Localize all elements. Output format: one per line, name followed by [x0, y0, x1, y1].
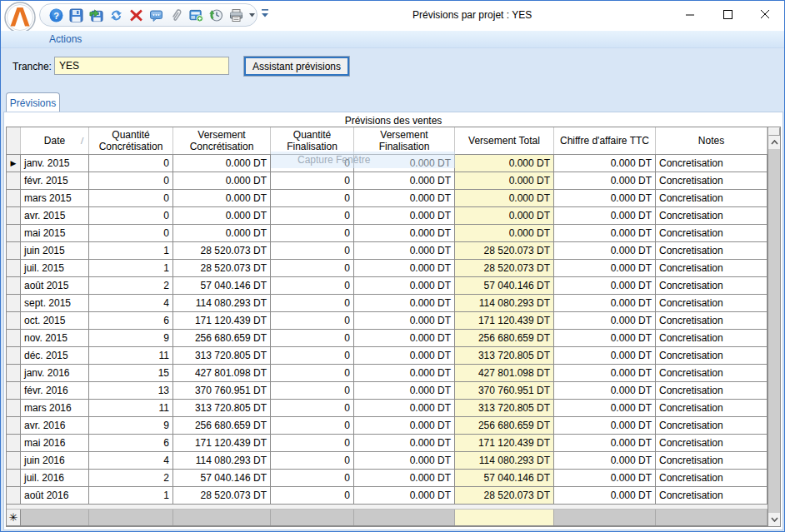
cell[interactable]: 0.000 DT — [554, 470, 656, 486]
cell[interactable]: janv. 2015 — [21, 155, 89, 172]
row-header[interactable] — [7, 207, 21, 224]
cell[interactable]: 0 — [89, 155, 173, 172]
cell[interactable]: 370 760.951 DT — [173, 382, 271, 399]
cell[interactable]: 0 — [271, 295, 354, 311]
table-row[interactable]: févr. 201500.000 DT00.000 DT0.000 DT0.00… — [7, 172, 768, 190]
cell[interactable]: 0 — [271, 207, 354, 224]
cell[interactable]: 0.000 DT — [354, 330, 455, 346]
table-row[interactable]: août 2015257 040.146 DT00.000 DT57 040.1… — [7, 277, 768, 295]
column-header[interactable]: Versement Finalisation — [354, 127, 455, 154]
cell[interactable]: 11 — [89, 400, 173, 416]
cell[interactable]: Concretisation — [656, 277, 768, 294]
cell[interactable]: 0.000 DT — [455, 207, 554, 224]
cell[interactable]: 256 680.659 DT — [173, 417, 271, 434]
cell[interactable]: 0.000 DT — [354, 470, 455, 486]
cell[interactable]: mai 2016 — [21, 435, 89, 451]
cell[interactable]: 0.000 DT — [554, 225, 656, 241]
cell[interactable]: 0 — [271, 417, 354, 434]
row-header[interactable] — [7, 242, 21, 259]
cell[interactable]: 114 080.293 DT — [173, 452, 271, 469]
cell[interactable]: 0.000 DT — [173, 172, 271, 189]
save-button[interactable] — [69, 7, 83, 22]
scroll-down-button[interactable] — [768, 513, 780, 526]
cell[interactable]: 0.000 DT — [354, 207, 455, 224]
row-header[interactable] — [7, 382, 21, 399]
table-row[interactable]: juil. 2016257 040.146 DT00.000 DT57 040.… — [7, 470, 768, 487]
cell[interactable]: 114 080.293 DT — [455, 452, 554, 469]
cell[interactable]: 171 120.439 DT — [455, 312, 554, 329]
cell[interactable]: 0 — [271, 400, 354, 416]
table-row[interactable]: mars 201611313 720.805 DT00.000 DT313 72… — [7, 400, 768, 417]
cell[interactable]: Concretisation — [656, 207, 768, 224]
cell[interactable]: 1 — [89, 487, 173, 504]
row-header[interactable] — [7, 487, 21, 504]
cell[interactable]: 0.000 DT — [455, 225, 554, 241]
cell[interactable]: 0.000 DT — [554, 417, 656, 434]
cell[interactable]: févr. 2016 — [21, 382, 89, 399]
cell[interactable]: 171 120.439 DT — [173, 312, 271, 329]
cell[interactable]: 256 680.659 DT — [173, 330, 271, 346]
cell[interactable]: 0.000 DT — [173, 155, 271, 172]
cell[interactable]: 2 — [89, 277, 173, 294]
cell[interactable]: 0 — [271, 277, 354, 294]
cell[interactable]: 0.000 DT — [455, 190, 554, 206]
cell[interactable]: 0.000 DT — [354, 417, 455, 434]
row-header[interactable] — [7, 295, 21, 311]
cell[interactable]: 0 — [89, 207, 173, 224]
cell[interactable]: 0.000 DT — [554, 260, 656, 276]
cell[interactable]: janv. 2016 — [21, 365, 89, 381]
row-header[interactable] — [7, 347, 21, 364]
cell[interactable]: 0.000 DT — [354, 487, 455, 504]
cell[interactable]: Concretisation — [656, 155, 768, 172]
cell[interactable]: 0 — [271, 347, 354, 364]
cell[interactable]: 0.000 DT — [455, 172, 554, 189]
cell[interactable]: 0 — [271, 312, 354, 329]
cell[interactable]: 0.000 DT — [554, 365, 656, 381]
cell[interactable]: 13 — [89, 382, 173, 399]
cell[interactable]: 0 — [271, 435, 354, 451]
cell[interactable]: 0.000 DT — [354, 190, 455, 206]
scroll-up-button[interactable] — [768, 136, 780, 149]
delete-button[interactable] — [129, 7, 143, 22]
cell[interactable]: 0.000 DT — [554, 295, 656, 311]
row-header[interactable] — [7, 260, 21, 276]
print-button[interactable] — [229, 7, 243, 22]
cell[interactable]: 0.000 DT — [354, 155, 455, 172]
cell[interactable]: Concretisation — [656, 295, 768, 311]
cell[interactable]: 4 — [89, 295, 173, 311]
cell[interactable]: oct. 2015 — [21, 312, 89, 329]
table-row[interactable]: ▶janv. 201500.000 DT00.000 DT0.000 DT0.0… — [7, 155, 768, 172]
cell[interactable]: 0.000 DT — [354, 365, 455, 381]
minimize-button[interactable] — [672, 1, 709, 27]
cell[interactable]: 0.000 DT — [354, 295, 455, 311]
row-header[interactable]: ▶ — [7, 155, 21, 172]
new-row-cell[interactable] — [89, 510, 173, 525]
cell[interactable]: 0.000 DT — [554, 190, 656, 206]
cell[interactable]: 0.000 DT — [455, 155, 554, 172]
cell[interactable]: 0.000 DT — [554, 452, 656, 469]
cell[interactable]: 4 — [89, 452, 173, 469]
cell[interactable]: 0.000 DT — [554, 382, 656, 399]
cell[interactable]: juin 2015 — [21, 242, 89, 259]
cell[interactable]: avr. 2016 — [21, 417, 89, 434]
cell[interactable]: 0.000 DT — [554, 330, 656, 346]
cell[interactable]: 0 — [271, 260, 354, 276]
new-row[interactable]: ✳ — [7, 510, 768, 526]
cell[interactable]: 256 680.659 DT — [455, 417, 554, 434]
cell[interactable]: 0.000 DT — [554, 400, 656, 416]
cell[interactable]: 0.000 DT — [354, 277, 455, 294]
cell[interactable]: Concretisation — [656, 487, 768, 504]
new-row-cell[interactable] — [354, 510, 455, 525]
cell[interactable]: 313 720.805 DT — [455, 347, 554, 364]
cell[interactable]: 9 — [89, 417, 173, 434]
cell[interactable]: 0.000 DT — [173, 207, 271, 224]
row-header[interactable] — [7, 400, 21, 416]
column-header[interactable]: Quantité Finalisation — [271, 127, 354, 154]
cell[interactable]: 0.000 DT — [354, 312, 455, 329]
cell[interactable]: 0 — [271, 155, 354, 172]
cell[interactable]: 0 — [271, 470, 354, 486]
cell[interactable]: Concretisation — [656, 190, 768, 206]
cell[interactable]: 427 801.098 DT — [455, 365, 554, 381]
cell[interactable]: 57 040.146 DT — [455, 277, 554, 294]
cell[interactable]: 427 801.098 DT — [173, 365, 271, 381]
